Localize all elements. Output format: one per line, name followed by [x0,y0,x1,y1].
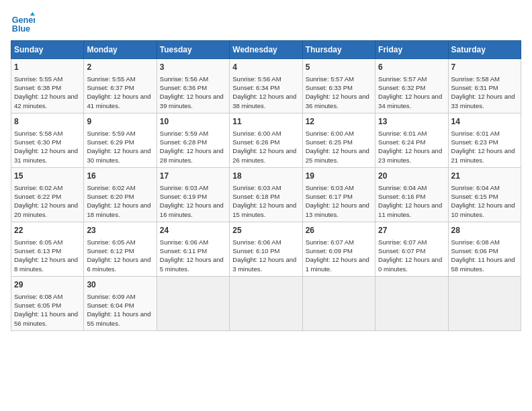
sunrise: Sunrise: 6:08 AM [14,293,62,300]
calendar-cell [230,276,302,330]
daylight: Daylight: 11 hours and 56 minutes. [14,310,78,326]
calendar-week-1: 8Sunrise: 5:58 AMSunset: 6:30 PMDaylight… [11,113,521,167]
calendar-cell [157,276,229,330]
calendar-cell: 4Sunrise: 5:56 AMSunset: 6:34 PMDaylight… [230,59,302,113]
daylight: Daylight: 12 hours and 38 minutes. [232,93,296,109]
daylight: Daylight: 11 hours and 58 minutes. [451,256,515,272]
sunset: Sunset: 6:31 PM [451,84,498,91]
calendar-header-row: SundayMondayTuesdayWednesdayThursdayFrid… [11,41,521,59]
daylight: Daylight: 12 hours and 10 minutes. [451,201,515,218]
daylight: Daylight: 12 hours and 21 minutes. [451,147,515,163]
day-number: 1 [14,62,81,73]
calendar-cell: 23Sunrise: 6:05 AMSunset: 6:12 PMDayligh… [84,222,157,276]
calendar-table: SundayMondayTuesdayWednesdayThursdayFrid… [11,40,521,331]
sunrise: Sunrise: 5:55 AM [87,75,135,83]
day-number: 17 [160,171,226,182]
day-number: 29 [14,279,81,291]
daylight: Daylight: 11 hours and 55 minutes. [87,310,150,326]
sunrise: Sunrise: 6:02 AM [14,184,62,191]
calendar-cell: 10Sunrise: 5:59 AMSunset: 6:28 PMDayligh… [157,113,229,167]
sunset: Sunset: 6:04 PM [87,302,134,309]
sunset: Sunset: 6:38 PM [14,84,61,91]
sunrise: Sunrise: 6:01 AM [378,130,427,137]
sunrise: Sunrise: 5:55 AM [14,75,62,83]
calendar-cell: 2Sunrise: 5:55 AMSunset: 6:37 PMDaylight… [84,59,157,113]
sunset: Sunset: 6:30 PM [14,138,61,146]
daylight: Daylight: 12 hours and 11 minutes. [378,201,442,218]
day-number: 16 [87,171,153,182]
calendar-cell: 12Sunrise: 6:00 AMSunset: 6:25 PMDayligh… [302,113,375,167]
col-header-thursday: Thursday [302,41,375,59]
day-number: 19 [306,171,372,182]
sunset: Sunset: 6:15 PM [451,193,498,200]
day-number: 25 [232,225,299,236]
sunrise: Sunrise: 6:03 AM [306,184,354,191]
day-number: 26 [306,225,372,236]
day-number: 10 [160,116,226,128]
sunset: Sunset: 6:36 PM [160,84,207,91]
sunset: Sunset: 6:29 PM [87,138,134,146]
sunrise: Sunrise: 6:06 AM [232,238,281,246]
calendar-cell: 9Sunrise: 5:59 AMSunset: 6:29 PMDaylight… [84,113,157,167]
day-number: 30 [87,279,153,291]
calendar-cell [375,276,448,330]
daylight: Daylight: 12 hours and 36 minutes. [306,93,369,109]
calendar-cell: 22Sunrise: 6:05 AMSunset: 6:13 PMDayligh… [11,222,84,276]
day-number: 24 [160,225,226,236]
sunrise: Sunrise: 6:07 AM [378,238,427,246]
sunset: Sunset: 6:22 PM [14,193,61,200]
daylight: Daylight: 12 hours and 30 minutes. [87,147,150,163]
sunset: Sunset: 6:18 PM [232,193,279,200]
col-header-wednesday: Wednesday [230,41,302,59]
sunrise: Sunrise: 6:09 AM [87,293,135,300]
daylight: Daylight: 12 hours and 18 minutes. [87,201,150,218]
sunset: Sunset: 6:13 PM [14,247,61,255]
sunrise: Sunrise: 6:04 AM [451,184,500,191]
calendar-cell: 27Sunrise: 6:07 AMSunset: 6:07 PMDayligh… [375,222,448,276]
daylight: Daylight: 12 hours and 39 minutes. [160,93,224,109]
calendar-cell: 29Sunrise: 6:08 AMSunset: 6:05 PMDayligh… [11,276,84,330]
sunset: Sunset: 6:24 PM [378,138,425,146]
day-number: 28 [451,225,518,236]
sunset: Sunset: 6:17 PM [306,193,353,200]
day-number: 5 [306,62,372,73]
calendar-cell: 17Sunrise: 6:03 AMSunset: 6:19 PMDayligh… [157,167,229,222]
logo-icon: General Blue [11,11,35,35]
svg-text:Blue: Blue [12,24,30,34]
day-number: 11 [232,116,299,128]
sunset: Sunset: 6:07 PM [378,247,425,255]
daylight: Daylight: 12 hours and 6 minutes. [87,256,150,272]
daylight: Daylight: 12 hours and 16 minutes. [160,201,224,218]
sunset: Sunset: 6:25 PM [306,138,353,146]
day-number: 4 [232,62,299,73]
day-number: 18 [232,171,299,182]
day-number: 15 [14,171,81,182]
calendar-cell: 20Sunrise: 6:04 AMSunset: 6:16 PMDayligh… [375,167,448,222]
calendar-week-4: 29Sunrise: 6:08 AMSunset: 6:05 PMDayligh… [11,276,521,330]
daylight: Daylight: 12 hours and 25 minutes. [306,147,369,163]
sunrise: Sunrise: 5:58 AM [451,75,500,83]
sunset: Sunset: 6:11 PM [160,247,207,255]
logo: General Blue [11,11,38,35]
calendar-cell: 5Sunrise: 5:57 AMSunset: 6:33 PMDaylight… [302,59,375,113]
daylight: Daylight: 12 hours and 0 minutes. [378,256,442,272]
calendar-cell: 24Sunrise: 6:06 AMSunset: 6:11 PMDayligh… [157,222,229,276]
sunrise: Sunrise: 6:04 AM [378,184,427,191]
calendar-cell: 11Sunrise: 6:00 AMSunset: 6:26 PMDayligh… [230,113,302,167]
day-number: 13 [378,116,445,128]
daylight: Daylight: 12 hours and 28 minutes. [160,147,224,163]
daylight: Daylight: 12 hours and 26 minutes. [232,147,296,163]
daylight: Daylight: 12 hours and 20 minutes. [14,201,78,218]
calendar-cell: 15Sunrise: 6:02 AMSunset: 6:22 PMDayligh… [11,167,84,222]
calendar-cell: 19Sunrise: 6:03 AMSunset: 6:17 PMDayligh… [302,167,375,222]
page-header: General Blue [11,11,521,35]
calendar-cell: 18Sunrise: 6:03 AMSunset: 6:18 PMDayligh… [230,167,302,222]
calendar-cell: 3Sunrise: 5:56 AMSunset: 6:36 PMDaylight… [157,59,229,113]
daylight: Daylight: 12 hours and 31 minutes. [14,147,78,163]
calendar-cell: 16Sunrise: 6:02 AMSunset: 6:20 PMDayligh… [84,167,157,222]
calendar-week-0: 1Sunrise: 5:55 AMSunset: 6:38 PMDaylight… [11,59,521,113]
sunrise: Sunrise: 5:58 AM [14,130,62,137]
day-number: 3 [160,62,226,73]
sunrise: Sunrise: 5:57 AM [378,75,427,83]
sunrise: Sunrise: 5:57 AM [306,75,354,83]
